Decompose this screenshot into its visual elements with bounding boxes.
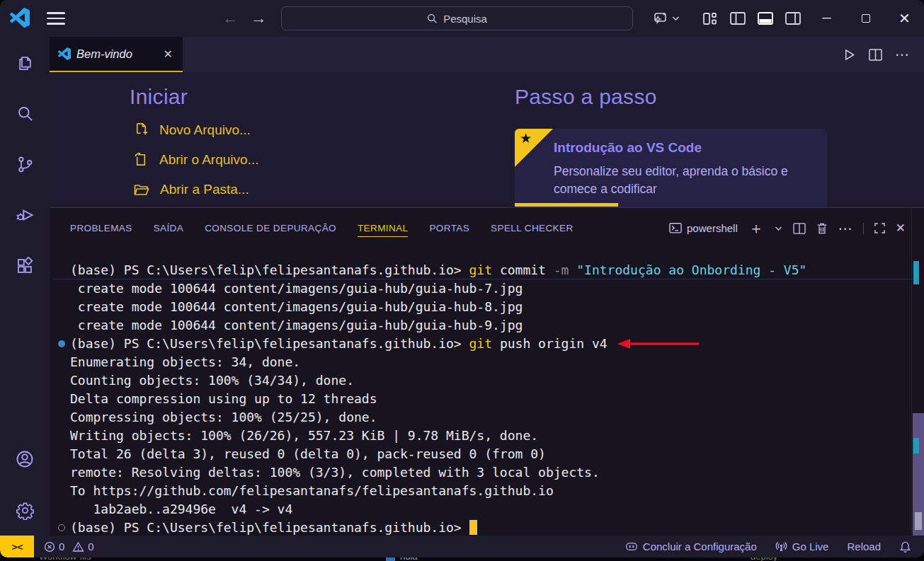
activity-bar: [0, 37, 50, 536]
minimize-button[interactable]: ─: [807, 0, 846, 37]
finish-setup-button[interactable]: Concluir a Configuração: [625, 540, 757, 553]
open-file-link[interactable]: Abrir o Arquivo...: [133, 151, 258, 168]
terminal-instance-powershell[interactable]: powershell: [669, 222, 738, 234]
split-editor-icon[interactable]: [869, 49, 882, 61]
finish-setup-label: Concluir a Configuração: [643, 540, 757, 553]
steps-heading: Passo a passo: [515, 85, 657, 109]
split-terminal-icon[interactable]: [793, 223, 806, 234]
tab-label: Bem-vindo: [76, 47, 156, 61]
open-file-icon: [133, 151, 149, 168]
broadcast-icon: [775, 540, 787, 553]
maximize-button[interactable]: [846, 0, 885, 37]
command-decoration-icon[interactable]: [58, 340, 65, 347]
status-bar: >< 0 0 Concluir a Configuração Go Live R…: [0, 536, 924, 557]
start-item-label: Abrir o Arquivo...: [159, 152, 258, 168]
back-arrow-icon[interactable]: ←: [219, 7, 241, 28]
explorer-icon[interactable]: [0, 37, 50, 88]
walkthrough-description: Personalize seu editor, aprenda o básico…: [554, 163, 809, 198]
start-item-label: Novo Arquivo...: [159, 122, 251, 138]
new-terminal-icon[interactable]: ＋: [748, 221, 764, 236]
toggle-primary-sidebar-icon[interactable]: [729, 9, 747, 28]
start-item-label: Abrir a Pasta...: [160, 182, 249, 197]
terminal-line: Compressing objects: 100% (25/25), done.: [70, 408, 910, 427]
settings-gear-icon[interactable]: [0, 485, 50, 536]
run-button[interactable]: [843, 48, 856, 62]
panel-tab-spell-checker[interactable]: SPELL CHECKER: [491, 220, 574, 237]
menu-icon[interactable]: [47, 11, 65, 26]
title-bar: ← → Pesquisa: [0, 0, 924, 37]
panel-more-actions-icon[interactable]: ⋯: [838, 221, 852, 236]
new-file-icon: [133, 122, 149, 138]
search-input[interactable]: Pesquisa: [281, 6, 633, 30]
terminal-line: Delta compression using up to 12 threads: [70, 390, 910, 408]
terminal-line: remote: Resolving deltas: 100% (3/3), co…: [70, 463, 910, 482]
tab-bem-vindo[interactable]: Bem-vindo ✕: [50, 37, 183, 72]
go-live-button[interactable]: Go Live: [775, 540, 829, 553]
terminal-line: 1ab2aeb..a29496e v4 -> v4: [70, 500, 910, 519]
vscode-window: ← → Pesquisa: [0, 0, 924, 557]
search-icon: [427, 13, 438, 24]
divider: [863, 223, 864, 234]
more-actions-icon[interactable]: ⋯: [895, 46, 910, 63]
terminal-line: Total 26 (delta 3), reused 0 (delta 0), …: [70, 445, 910, 463]
walkthrough-progress-bar: [515, 203, 618, 207]
search-sidebar-icon[interactable]: [0, 88, 50, 139]
warning-icon: [72, 541, 84, 553]
toggle-secondary-sidebar-icon[interactable]: [784, 9, 802, 28]
panel: PROBLEMASSAÍDACONSOLE DE DEPURAÇÃOTERMIN…: [50, 207, 924, 536]
extensions-icon[interactable]: [0, 241, 50, 291]
go-live-label: Go Live: [792, 540, 829, 553]
terminal-icon: [669, 222, 682, 234]
copilot-icon: [652, 10, 669, 27]
account-icon[interactable]: [0, 434, 50, 485]
terminal-dropdown-icon[interactable]: [775, 226, 782, 231]
welcome-page: Iniciar Novo Arquivo... Abrir o Arquivo.…: [50, 72, 924, 207]
remote-indicator[interactable]: ><: [0, 536, 34, 557]
source-control-icon[interactable]: [0, 139, 50, 190]
terminal-scrollbar[interactable]: [911, 208, 924, 536]
shell-label: powershell: [687, 222, 738, 234]
chevron-down-icon: [672, 16, 680, 21]
reload-button[interactable]: Reload: [847, 540, 881, 553]
terminal-line: To https://github.com/felipesantanafs/fe…: [70, 482, 910, 500]
scrollbar-decoration: [913, 438, 919, 453]
warning-count: 0: [88, 540, 93, 553]
remote-icon: ><: [12, 541, 23, 553]
terminal-output[interactable]: (base) PS C:\Users\felip\felipesantanafs…: [50, 248, 924, 536]
open-folder-icon: [133, 181, 150, 198]
scrollbar-decoration: [915, 512, 922, 530]
run-debug-icon[interactable]: [0, 190, 50, 241]
terminal-line: (base) PS C:\Users\felip\felipesantanafs…: [70, 261, 910, 279]
search-placeholder: Pesquisa: [443, 13, 487, 25]
command-decoration-icon[interactable]: [58, 524, 65, 531]
editor-tab-bar: Bem-vindo ✕ ⋯: [50, 37, 924, 72]
open-folder-link[interactable]: Abrir a Pasta...: [133, 181, 258, 198]
forward-arrow-icon[interactable]: →: [248, 7, 269, 28]
terminal-line: (base) PS C:\Users\felip\felipesantanafs…: [70, 335, 910, 353]
copilot-menu-button[interactable]: [652, 0, 680, 37]
terminal-cursor: [469, 520, 477, 535]
panel-tab-sa-da[interactable]: SAÍDA: [154, 220, 184, 237]
vscode-tab-icon: [58, 47, 71, 60]
panel-tab-problemas[interactable]: PROBLEMAS: [70, 220, 132, 237]
notifications-bell-icon[interactable]: [899, 540, 911, 553]
panel-tab-portas[interactable]: PORTAS: [429, 220, 469, 237]
problems-status[interactable]: 0 0: [44, 540, 94, 553]
terminal-line: create mode 100644 content/imagens/guia-…: [70, 279, 910, 298]
maximize-panel-icon[interactable]: [874, 223, 885, 233]
panel-tab-terminal[interactable]: TERMINAL: [358, 220, 408, 237]
customize-layout-icon[interactable]: [701, 9, 719, 28]
error-count: 0: [59, 540, 64, 553]
kill-terminal-icon[interactable]: [816, 222, 828, 235]
close-panel-icon[interactable]: ✕: [896, 221, 906, 236]
tab-close-icon[interactable]: ✕: [162, 47, 174, 61]
star-icon: ★: [520, 130, 532, 146]
close-button[interactable]: ✕: [885, 0, 924, 37]
panel-tab-console-de-depura-o[interactable]: CONSOLE DE DEPURAÇÃO: [205, 220, 336, 237]
panel-header: PROBLEMASSAÍDACONSOLE DE DEPURAÇÃOTERMIN…: [50, 208, 924, 248]
vscode-logo-icon[interactable]: [10, 8, 30, 28]
walkthrough-card[interactable]: ★ Introdução ao VS Code Personalize seu …: [515, 129, 827, 207]
new-file-link[interactable]: Novo Arquivo...: [133, 122, 258, 138]
terminal-line: Writing objects: 100% (26/26), 557.23 Ki…: [70, 427, 910, 445]
toggle-panel-icon[interactable]: [756, 9, 775, 28]
